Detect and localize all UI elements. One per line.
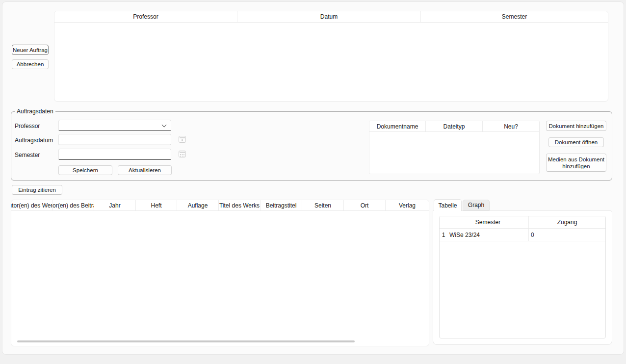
citation-col-work-title[interactable]: Titel des Werks [219,200,261,210]
stats-table: Semester Zugang 1 WiSe 23/24 0 [439,216,606,338]
citation-col-pages[interactable]: Seiten [302,200,344,210]
stats-col-zugang[interactable]: Zugang [529,216,605,228]
citation-col-place[interactable]: Ort [344,200,386,210]
documents-col-filetype[interactable]: Dateityp [426,121,483,131]
stats-row-semester: WiSe 23/24 [447,229,529,241]
orders-table: Professor Datum Semester [54,11,608,102]
citation-col-work-authors[interactable]: Autor(en) des Werks [11,200,52,210]
citation-col-issue[interactable]: Heft [136,200,177,210]
citation-col-publisher[interactable]: Verlag [386,200,429,210]
semester-field[interactable] [58,149,171,160]
tab-tabelle[interactable]: Tabelle [434,199,462,211]
documents-col-new[interactable]: Neu? [483,121,539,131]
citation-table-body [11,211,429,339]
stats-row-zugang: 0 [529,229,605,241]
orders-col-professor[interactable]: Professor [54,11,237,22]
citation-col-contribution-authors[interactable]: Autor(en) des Beitrags [52,200,94,210]
order-form-title: Auftragsdaten [15,108,55,115]
citation-table-hscrollbar[interactable] [17,340,355,342]
citation-col-contribution-title[interactable]: Beitragstitel [261,200,302,210]
add-media-from-document-button[interactable]: Medien aus Dokument hinzufügen [546,154,606,172]
documents-table-body [369,132,539,174]
cite-entry-button[interactable]: Eintrag zitieren [12,185,62,195]
order-date-input[interactable] [59,134,171,145]
order-date-label: Auftragsdatum [15,137,53,144]
documents-table-header: Dokumentname Dateityp Neu? [369,121,539,132]
stats-col-semester[interactable]: Semester [447,216,529,228]
semester-label: Semester [15,152,40,158]
documents-col-name[interactable]: Dokumentname [369,121,426,131]
citation-col-year[interactable]: Jahr [94,200,136,210]
app-window: { "orders_table": { "columns": ["Profess… [0,0,626,364]
stats-table-header: Semester Zugang [440,216,605,229]
citation-table-header: Autor(en) des Werks Autor(en) des Beitra… [11,200,429,211]
calendar-today-icon[interactable] [179,136,186,143]
new-order-button[interactable]: Neuer Auftrag [12,45,49,55]
add-document-button[interactable]: Dokument hinzufügen [546,121,606,131]
cancel-button[interactable]: Abbrechen [12,59,49,69]
save-button[interactable]: Speichern [58,165,112,175]
professor-label: Professor [15,123,40,130]
orders-table-body [54,23,608,102]
open-document-button[interactable]: Dokument öffnen [548,137,604,147]
order-date-field[interactable] [58,134,171,145]
professor-combobox[interactable] [58,120,171,131]
stats-col-rownum [440,216,447,228]
stats-row-number: 1 [440,232,447,238]
tab-graph[interactable]: Graph [463,200,490,210]
refresh-button[interactable]: Aktualisieren [118,165,172,175]
orders-table-header: Professor Datum Semester [54,11,608,23]
citation-col-edition[interactable]: Auflage [177,200,219,210]
citation-table: Autor(en) des Werks Autor(en) des Beitra… [11,200,429,346]
calendar-icon[interactable] [179,151,186,157]
orders-col-semester[interactable]: Semester [421,11,608,22]
documents-table: Dokumentname Dateityp Neu? [369,121,540,174]
orders-col-datum[interactable]: Datum [237,11,421,22]
stats-table-row[interactable]: 1 WiSe 23/24 0 [440,229,605,241]
professor-combobox-input[interactable] [59,120,171,130]
semester-input[interactable] [59,149,171,159]
